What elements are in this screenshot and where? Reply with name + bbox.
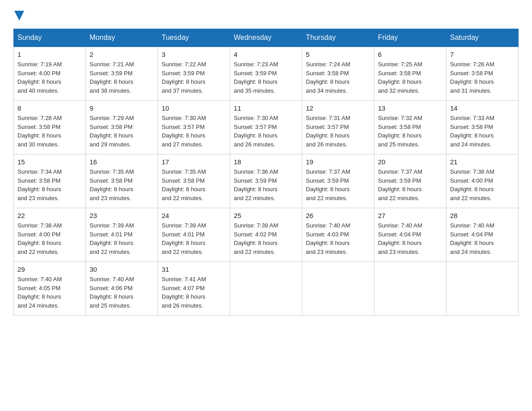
day-info: Sunrise: 7:40 AM Sunset: 4:04 PM Dayligh… — [450, 221, 515, 256]
day-info: Sunrise: 7:29 AM Sunset: 3:58 PM Dayligh… — [90, 114, 154, 149]
page-header — [13, 9, 519, 20]
day-number: 4 — [234, 51, 298, 58]
day-info: Sunrise: 7:30 AM Sunset: 3:57 PM Dayligh… — [162, 114, 226, 149]
day-info: Sunrise: 7:32 AM Sunset: 3:58 PM Dayligh… — [378, 114, 442, 149]
calendar-week-row: 8 Sunrise: 7:28 AM Sunset: 3:58 PM Dayli… — [14, 101, 519, 154]
day-number: 29 — [17, 265, 82, 273]
day-number: 1 — [17, 51, 82, 58]
day-info: Sunrise: 7:35 AM Sunset: 3:58 PM Dayligh… — [162, 167, 226, 202]
calendar-week-row: 15 Sunrise: 7:34 AM Sunset: 3:58 PM Dayl… — [14, 154, 519, 208]
column-header-wednesday: Wednesday — [230, 29, 302, 47]
day-number: 8 — [17, 104, 82, 112]
day-info: Sunrise: 7:39 AM Sunset: 4:01 PM Dayligh… — [162, 221, 226, 256]
day-number: 28 — [450, 212, 515, 219]
calendar-cell: 5 Sunrise: 7:24 AM Sunset: 3:58 PM Dayli… — [302, 47, 374, 101]
day-info: Sunrise: 7:38 AM Sunset: 4:00 PM Dayligh… — [450, 167, 515, 202]
day-info: Sunrise: 7:40 AM Sunset: 4:03 PM Dayligh… — [306, 221, 370, 256]
column-header-saturday: Saturday — [446, 29, 519, 47]
day-info: Sunrise: 7:23 AM Sunset: 3:59 PM Dayligh… — [234, 60, 298, 95]
day-number: 12 — [306, 104, 370, 112]
day-info: Sunrise: 7:35 AM Sunset: 3:58 PM Dayligh… — [90, 167, 154, 202]
calendar-cell: 11 Sunrise: 7:30 AM Sunset: 3:57 PM Dayl… — [230, 101, 302, 154]
calendar-cell: 3 Sunrise: 7:22 AM Sunset: 3:59 PM Dayli… — [158, 47, 230, 101]
column-header-sunday: Sunday — [14, 29, 86, 47]
day-number: 24 — [162, 212, 226, 219]
calendar-cell: 27 Sunrise: 7:40 AM Sunset: 4:04 PM Dayl… — [374, 208, 446, 262]
day-number: 6 — [378, 51, 442, 58]
day-info: Sunrise: 7:34 AM Sunset: 3:58 PM Dayligh… — [17, 167, 82, 202]
day-number: 2 — [90, 51, 154, 58]
day-number: 23 — [90, 212, 154, 219]
day-number: 30 — [90, 265, 154, 273]
calendar-cell: 30 Sunrise: 7:40 AM Sunset: 4:06 PM Dayl… — [86, 262, 158, 316]
day-number: 31 — [162, 265, 226, 273]
day-info: Sunrise: 7:22 AM Sunset: 3:59 PM Dayligh… — [162, 60, 226, 95]
day-number: 27 — [378, 212, 442, 219]
column-header-friday: Friday — [374, 29, 446, 47]
calendar-cell: 1 Sunrise: 7:19 AM Sunset: 4:00 PM Dayli… — [14, 47, 86, 101]
day-number: 18 — [234, 158, 298, 166]
day-number: 13 — [378, 104, 442, 112]
day-number: 11 — [234, 104, 298, 112]
day-number: 5 — [306, 51, 370, 58]
day-info: Sunrise: 7:37 AM Sunset: 3:59 PM Dayligh… — [306, 167, 370, 202]
calendar-week-row: 1 Sunrise: 7:19 AM Sunset: 4:00 PM Dayli… — [14, 47, 519, 101]
column-header-tuesday: Tuesday — [158, 29, 230, 47]
day-number: 10 — [162, 104, 226, 112]
logo — [13, 9, 24, 20]
day-info: Sunrise: 7:21 AM Sunset: 3:59 PM Dayligh… — [90, 60, 154, 95]
calendar-cell: 2 Sunrise: 7:21 AM Sunset: 3:59 PM Dayli… — [86, 47, 158, 101]
column-header-thursday: Thursday — [302, 29, 374, 47]
calendar-cell — [374, 262, 446, 316]
day-info: Sunrise: 7:39 AM Sunset: 4:02 PM Dayligh… — [234, 221, 298, 256]
calendar-cell: 15 Sunrise: 7:34 AM Sunset: 3:58 PM Dayl… — [14, 154, 86, 208]
day-info: Sunrise: 7:40 AM Sunset: 4:04 PM Dayligh… — [378, 221, 442, 256]
calendar-cell — [230, 262, 302, 316]
calendar-cell: 7 Sunrise: 7:26 AM Sunset: 3:58 PM Dayli… — [446, 47, 519, 101]
calendar-cell: 19 Sunrise: 7:37 AM Sunset: 3:59 PM Dayl… — [302, 154, 374, 208]
calendar-cell: 12 Sunrise: 7:31 AM Sunset: 3:57 PM Dayl… — [302, 101, 374, 154]
calendar-cell: 28 Sunrise: 7:40 AM Sunset: 4:04 PM Dayl… — [446, 208, 519, 262]
day-number: 16 — [90, 158, 154, 166]
day-number: 26 — [306, 212, 370, 219]
logo-triangle-icon — [14, 11, 24, 21]
calendar-cell: 21 Sunrise: 7:38 AM Sunset: 4:00 PM Dayl… — [446, 154, 519, 208]
day-number: 14 — [450, 104, 515, 112]
day-number: 25 — [234, 212, 298, 219]
calendar-cell: 9 Sunrise: 7:29 AM Sunset: 3:58 PM Dayli… — [86, 101, 158, 154]
day-info: Sunrise: 7:31 AM Sunset: 3:57 PM Dayligh… — [306, 114, 370, 149]
day-info: Sunrise: 7:37 AM Sunset: 3:59 PM Dayligh… — [378, 167, 442, 202]
svg-marker-0 — [14, 11, 24, 21]
calendar-cell: 4 Sunrise: 7:23 AM Sunset: 3:59 PM Dayli… — [230, 47, 302, 101]
calendar-week-row: 22 Sunrise: 7:38 AM Sunset: 4:00 PM Dayl… — [14, 208, 519, 262]
calendar-cell: 18 Sunrise: 7:36 AM Sunset: 3:59 PM Dayl… — [230, 154, 302, 208]
day-info: Sunrise: 7:24 AM Sunset: 3:58 PM Dayligh… — [306, 60, 370, 95]
day-info: Sunrise: 7:40 AM Sunset: 4:06 PM Dayligh… — [90, 275, 154, 310]
day-number: 20 — [378, 158, 442, 166]
day-number: 3 — [162, 51, 226, 58]
day-info: Sunrise: 7:41 AM Sunset: 4:07 PM Dayligh… — [162, 275, 226, 310]
day-info: Sunrise: 7:36 AM Sunset: 3:59 PM Dayligh… — [234, 167, 298, 202]
day-number: 9 — [90, 104, 154, 112]
calendar-cell: 23 Sunrise: 7:39 AM Sunset: 4:01 PM Dayl… — [86, 208, 158, 262]
day-number: 22 — [17, 212, 82, 219]
day-info: Sunrise: 7:38 AM Sunset: 4:00 PM Dayligh… — [17, 221, 82, 256]
calendar-cell: 8 Sunrise: 7:28 AM Sunset: 3:58 PM Dayli… — [14, 101, 86, 154]
column-header-monday: Monday — [86, 29, 158, 47]
calendar-cell: 24 Sunrise: 7:39 AM Sunset: 4:01 PM Dayl… — [158, 208, 230, 262]
day-number: 17 — [162, 158, 226, 166]
calendar-cell: 13 Sunrise: 7:32 AM Sunset: 3:58 PM Dayl… — [374, 101, 446, 154]
day-number: 21 — [450, 158, 515, 166]
day-info: Sunrise: 7:33 AM Sunset: 3:58 PM Dayligh… — [450, 114, 515, 149]
calendar-cell: 10 Sunrise: 7:30 AM Sunset: 3:57 PM Dayl… — [158, 101, 230, 154]
day-info: Sunrise: 7:30 AM Sunset: 3:57 PM Dayligh… — [234, 114, 298, 149]
day-number: 7 — [450, 51, 515, 58]
calendar-cell — [446, 262, 519, 316]
calendar-cell: 14 Sunrise: 7:33 AM Sunset: 3:58 PM Dayl… — [446, 101, 519, 154]
calendar-header-row: SundayMondayTuesdayWednesdayThursdayFrid… — [14, 29, 519, 47]
calendar-cell: 16 Sunrise: 7:35 AM Sunset: 3:58 PM Dayl… — [86, 154, 158, 208]
calendar-cell: 17 Sunrise: 7:35 AM Sunset: 3:58 PM Dayl… — [158, 154, 230, 208]
calendar-table: SundayMondayTuesdayWednesdayThursdayFrid… — [13, 29, 519, 316]
day-info: Sunrise: 7:19 AM Sunset: 4:00 PM Dayligh… — [17, 60, 82, 95]
calendar-cell: 25 Sunrise: 7:39 AM Sunset: 4:02 PM Dayl… — [230, 208, 302, 262]
